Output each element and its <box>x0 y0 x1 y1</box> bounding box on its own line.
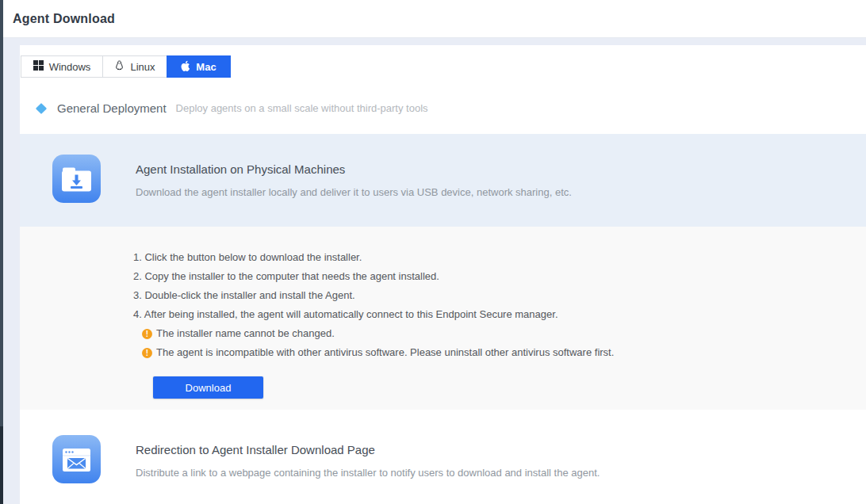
redirect-title: Redirection to Agent Installer Download … <box>136 443 600 456</box>
deployment-title: General Deployment <box>57 101 167 115</box>
warning-row: ! The installer name cannot be changed. <box>142 324 866 343</box>
install-step: 2. Copy the installer to the computer th… <box>133 267 866 286</box>
folder-download-icon <box>52 155 101 206</box>
instructions-panel: 1. Click the button below to download th… <box>20 227 866 410</box>
os-tabbar: Windows Linux Mac <box>21 55 866 78</box>
warning-icon: ! <box>142 348 152 358</box>
linux-penguin-icon <box>114 60 125 73</box>
page-title: Agent Download <box>3 12 115 26</box>
tab-windows[interactable]: Windows <box>21 55 103 78</box>
tab-linux[interactable]: Linux <box>102 55 167 78</box>
physical-machines-banner: Agent Installation on Physical Machines … <box>20 134 866 227</box>
redirect-description: Distribute a link to a webpage containin… <box>136 467 600 479</box>
install-step: 1. Click the button below to download th… <box>133 248 866 267</box>
tab-mac[interactable]: Mac <box>167 55 231 78</box>
content-card: Windows Linux Mac <box>20 45 866 504</box>
sidebar-strip-bottom <box>0 426 3 504</box>
apple-logo-icon <box>181 60 190 74</box>
redirect-section: Redirection to Agent Installer Download … <box>20 410 866 504</box>
tab-windows-label: Windows <box>49 61 91 73</box>
physical-machines-title: Agent Installation on Physical Machines <box>136 162 572 176</box>
redirect-text: Redirection to Agent Installer Download … <box>136 443 600 479</box>
download-button[interactable]: Download <box>153 376 263 399</box>
tab-linux-label: Linux <box>130 61 155 73</box>
sidebar-strip <box>0 0 3 426</box>
deployment-subtitle: Deploy agents on a small scale without t… <box>176 102 428 114</box>
warning-text: The installer name cannot be changed. <box>156 324 335 343</box>
webpage-mail-icon <box>52 435 101 487</box>
physical-machines-description: Download the agent installer locally and… <box>136 186 572 198</box>
diamond-icon <box>36 102 47 113</box>
warning-icon: ! <box>142 329 152 339</box>
physical-machines-text: Agent Installation on Physical Machines … <box>136 162 572 198</box>
page-header: Agent Download <box>3 0 866 38</box>
install-step: 3. Double-click the installer and instal… <box>133 286 866 305</box>
warning-text: The agent is incompatible with other ant… <box>156 343 614 362</box>
install-step: 4. After being installed, the agent will… <box>133 305 866 324</box>
tab-mac-label: Mac <box>196 61 216 73</box>
windows-logo-icon <box>33 60 44 73</box>
deployment-heading: General Deployment Deploy agents on a sm… <box>37 101 866 115</box>
warning-row: ! The agent is incompatible with other a… <box>142 343 866 362</box>
